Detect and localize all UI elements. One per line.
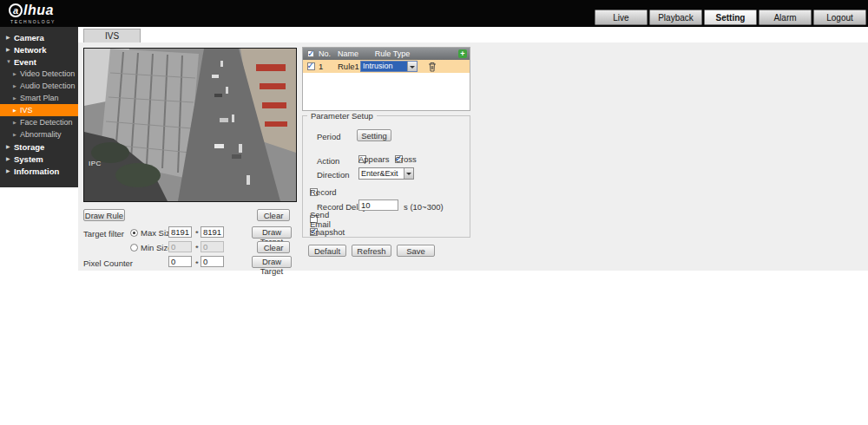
nav-live-button[interactable]: Live [595,10,648,25]
logo-tagline: TECHNOLOGY [10,19,56,24]
rule-enabled-checkbox[interactable] [307,62,315,70]
appears-checkbox-wrap[interactable]: Appears [358,155,366,163]
min-size-radio[interactable]: Min Size [130,243,172,252]
sidebar-item-camera[interactable]: Camera [0,31,78,43]
col-name: Name [338,49,360,58]
col-no: No. [319,49,338,58]
rule-checkbox-cell [303,62,319,70]
draw-target-button[interactable]: Draw Target [252,226,292,239]
min-size-label: Min Size [141,243,172,252]
sidebar-item-label: Camera [14,33,44,42]
rule-delete-cell [424,61,440,72]
chevron-down-icon[interactable] [404,168,413,179]
logo-text: lhua [23,3,54,18]
sidebar-item-label: Video Detection [20,69,75,78]
tab-ivs[interactable]: IVS [83,29,141,42]
add-rule-icon[interactable]: + [458,49,467,58]
sidebar-item-system[interactable]: System [0,153,78,165]
sidebar-item-label: Audio Detection [20,82,76,90]
main-content: IVS [78,27,868,425]
snapshot-checkbox-wrap[interactable]: Snapshot [310,228,318,236]
rule-table: No. Name Rule Type + 1 Rule1 Intrusion [302,47,470,111]
camera-preview[interactable]: IPC [83,48,297,202]
clear-rule-button[interactable]: Clear [257,209,290,221]
sidebar-item-network[interactable]: Network [0,43,78,56]
sidebar-item-label: System [14,154,43,164]
pixel-height-input[interactable] [201,256,224,267]
target-filter-label: Target filter [83,229,124,239]
cross-checkbox-wrap[interactable]: Cross [395,155,403,163]
rule-table-header: No. Name Rule Type + [303,48,470,60]
expand-icon [6,156,14,161]
nav-setting-button[interactable]: Setting [704,10,757,25]
delete-rule-icon[interactable] [426,61,438,72]
rule-type-value: Intrusion [361,62,407,71]
sidebar-item-abnormality[interactable]: Abnormality [0,128,78,141]
sidebar-item-face-detection[interactable]: Face Detection [0,116,78,128]
period-label: Period [317,132,340,141]
record-delay-unit: s (10~300) [404,202,444,212]
video-watermark: IPC [89,160,102,167]
appears-label: Appears [358,154,389,164]
max-height-input[interactable] [201,226,224,238]
bullet-arrow-icon [13,121,20,125]
pixel-width-input[interactable] [168,256,192,267]
select-all-cell [303,50,319,57]
top-bar: a lhua TECHNOLOGY Live Playback Setting … [0,0,868,27]
sidebar-item-label: Storage [14,142,44,152]
sidebar-item-ivs[interactable]: IVS [0,104,78,116]
record-delay-input[interactable] [358,199,398,211]
add-rule-cell: + [456,49,470,58]
max-width-input[interactable] [168,226,192,238]
rule-row[interactable]: 1 Rule1 Intrusion [303,60,470,73]
logo-a-icon: a [9,3,23,17]
cross-label: Cross [395,154,417,164]
snapshot-label: Snapshot [310,227,345,237]
direction-label: Direction [317,170,350,180]
sidebar-item-smart-plan[interactable]: Smart Plan [0,92,78,104]
record-label: Record [310,187,337,197]
refresh-button[interactable]: Refresh [352,245,391,257]
sidebar-item-label: Event [14,57,36,67]
nav-logout-button[interactable]: Logout [813,10,866,25]
radio-icon[interactable] [130,244,138,252]
sidebar-item-video-detection[interactable]: Video Detection [0,68,78,80]
sidebar-item-storage[interactable]: Storage [0,141,78,153]
parameter-setup-group: Parameter Setup Period Setting Action Ap… [302,115,470,238]
min-height-input[interactable] [201,241,224,252]
default-button[interactable]: Default [308,245,346,257]
sidebar-item-information[interactable]: Information [0,165,78,177]
sidebar-item-label: Abnormality [20,130,62,139]
direction-select[interactable]: Enter&Exit [358,167,414,180]
expand-icon [6,168,14,173]
sidebar-item-audio-detection[interactable]: Audio Detection [0,80,78,92]
brand-logo: a lhua TECHNOLOGY [9,3,56,24]
sidebar-item-label: Smart Plan [20,94,59,102]
chevron-down-icon[interactable] [407,62,417,71]
rule-type-cell: Intrusion [360,61,424,72]
rule-type-select[interactable]: Intrusion [360,61,418,72]
nav-playback-button[interactable]: Playback [649,10,702,25]
pixel-counter-label: Pixel Counter [83,258,133,268]
radio-icon[interactable] [130,229,138,237]
min-width-input[interactable] [168,241,192,252]
city-scene [84,49,296,201]
size-separator: * [195,243,199,252]
send-email-checkbox-wrap[interactable]: Send Email [310,215,318,223]
bullet-arrow-icon [13,72,20,76]
record-checkbox-wrap[interactable]: Record [310,188,318,196]
draw-rule-button[interactable]: Draw Rule [83,209,125,221]
sidebar-item-event[interactable]: Event [0,56,78,68]
expand-icon [6,35,14,40]
brand-line: a lhua [9,3,56,18]
expand-icon [6,47,14,52]
pixel-draw-target-button[interactable]: Draw Target [252,256,292,268]
save-button[interactable]: Save [397,245,435,257]
collapse-icon [6,59,14,64]
select-all-checkbox[interactable] [307,50,314,57]
top-nav: Live Playback Setting Alarm Logout [595,10,866,25]
clear-target-button[interactable]: Clear [257,241,290,253]
direction-value: Enter&Exit [359,168,404,179]
nav-alarm-button[interactable]: Alarm [759,10,812,25]
period-setting-button[interactable]: Setting [357,129,391,141]
